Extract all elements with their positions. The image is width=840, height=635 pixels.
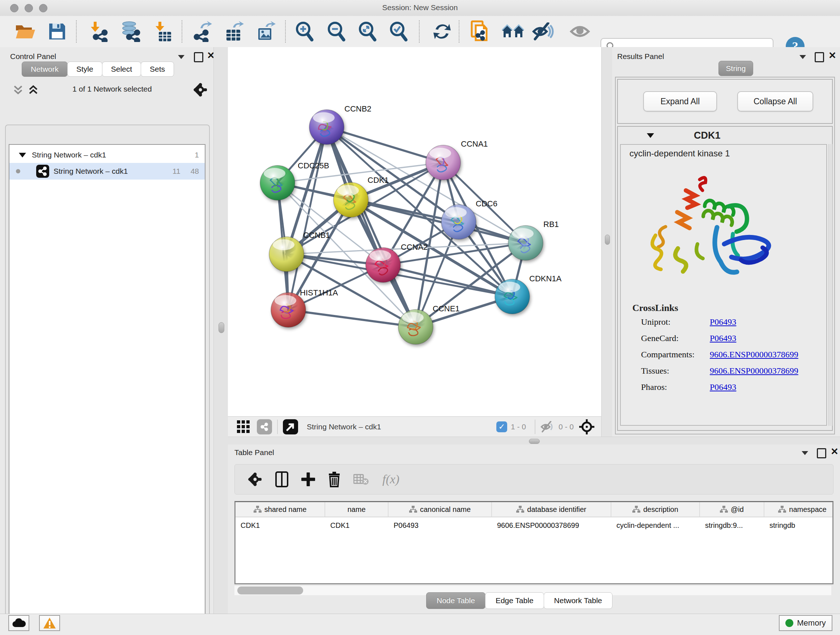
table-cell[interactable]: stringdb: [764, 517, 834, 533]
column-header-shared-name[interactable]: shared name: [235, 502, 325, 516]
show-columns-icon[interactable]: [275, 471, 288, 487]
crosslink-value-link[interactable]: P06493: [710, 317, 736, 327]
network-edge-CCNB2-CCNA1[interactable]: [327, 127, 443, 163]
table-cell[interactable]: cyclin-dependent ...: [611, 517, 700, 533]
tab-network-table[interactable]: Network Table: [544, 592, 613, 609]
table-hscrollbar-thumb[interactable]: [237, 586, 303, 594]
results-panel-close-button[interactable]: ✕: [829, 51, 836, 59]
tab-style[interactable]: Style: [67, 62, 103, 77]
results-scrollbar[interactable]: [829, 144, 832, 426]
tab-network[interactable]: Network: [22, 62, 68, 77]
collection-expander-icon[interactable]: [19, 153, 26, 157]
network-share-view-icon[interactable]: [257, 419, 272, 434]
crosslink-value-link[interactable]: P06493: [710, 333, 736, 343]
refresh-button[interactable]: [429, 19, 455, 43]
table-settings-gear-icon[interactable]: [248, 472, 262, 486]
open-session-button[interactable]: [12, 19, 38, 43]
network-node-HIST1H1A[interactable]: HIST1H1A: [271, 288, 338, 327]
column-header-database-identifier[interactable]: database identifier: [492, 502, 611, 516]
export-network-button[interactable]: [189, 19, 216, 43]
network-row-selected[interactable]: String Network – cdk1 11 48: [9, 163, 205, 180]
crosslink-value-link[interactable]: P06493: [710, 382, 736, 392]
right-splitter[interactable]: [601, 47, 613, 437]
crosslink-value-link[interactable]: 9606.ENSP00000378699: [710, 350, 798, 359]
network-node-CCNA1[interactable]: CCNA1: [426, 139, 488, 180]
tab-string[interactable]: String: [718, 61, 753, 76]
memory-button[interactable]: Memory: [779, 615, 832, 631]
cloud-status-button[interactable]: [8, 615, 29, 631]
collapse-all-button[interactable]: Collapse All: [737, 91, 813, 111]
column-header-description[interactable]: description: [611, 502, 700, 516]
show-all-button[interactable]: [568, 19, 594, 43]
gene-expander-icon[interactable]: [647, 133, 654, 138]
horizontal-splitter-handle[interactable]: [529, 439, 540, 444]
zoom-fit-button[interactable]: [355, 19, 381, 43]
tab-edge-table[interactable]: Edge Table: [485, 592, 544, 609]
column-header-canonical-name[interactable]: canonical name: [388, 502, 492, 516]
network-node-RB1[interactable]: RB1: [508, 220, 559, 260]
table-cell[interactable]: stringdb:9...: [700, 517, 764, 533]
network-options-gear-icon[interactable]: [193, 82, 208, 97]
warnings-button[interactable]: [39, 615, 60, 631]
tab-select[interactable]: Select: [102, 62, 141, 77]
column-header-name[interactable]: name: [325, 502, 388, 516]
right-splitter-handle[interactable]: [605, 234, 610, 245]
gene-section-header[interactable]: CDK1: [618, 127, 832, 144]
new-network-from-selection-button[interactable]: [467, 19, 493, 43]
table-cell[interactable]: 9606.ENSP00000378699: [492, 517, 611, 533]
table-cell[interactable]: CDK1: [325, 517, 388, 533]
network-node-CDC25B[interactable]: CDC25B: [260, 161, 329, 200]
zoom-in-button[interactable]: [292, 19, 317, 43]
table-row[interactable]: CDK1CDK1P064939606.ENSP00000378699cyclin…: [235, 517, 832, 533]
grid-view-icon[interactable]: [237, 420, 250, 434]
import-table-file-button[interactable]: [150, 19, 176, 43]
table-cell[interactable]: CDK1: [235, 517, 325, 533]
birdseye-view-icon[interactable]: [283, 419, 298, 434]
node-table[interactable]: shared namenamecanonical namedatabase id…: [234, 501, 834, 584]
cloud-icon: [12, 618, 26, 628]
delete-column-trash-icon[interactable]: [328, 471, 340, 487]
collection-count: 1: [195, 150, 199, 159]
table-panel-close-button[interactable]: ✕: [831, 448, 838, 455]
selected-checkbox-icon[interactable]: ✓: [496, 421, 507, 432]
table-cell[interactable]: P06493: [388, 517, 492, 533]
crosslink-value-link[interactable]: 9606.ENSP00000378699: [710, 366, 798, 376]
create-column-plus-icon[interactable]: [302, 472, 315, 486]
network-node-CDK1[interactable]: CDK1: [333, 176, 389, 217]
table-panel-menu-button[interactable]: [802, 451, 808, 455]
fit-content-crosshair-icon[interactable]: [579, 419, 595, 435]
save-session-button[interactable]: [44, 19, 70, 43]
export-table-button[interactable]: [221, 19, 248, 43]
tab-sets[interactable]: Sets: [141, 62, 174, 77]
first-neighbors-button[interactable]: [500, 19, 526, 43]
expand-all-icon[interactable]: [27, 85, 41, 96]
column-header-namespace[interactable]: namespace: [764, 502, 834, 516]
zoom-out-button[interactable]: [324, 19, 349, 43]
expand-all-button[interactable]: Expand All: [643, 91, 717, 111]
column-header--id[interactable]: @id: [700, 502, 764, 516]
hide-selected-button[interactable]: [531, 19, 556, 43]
refresh-icon: [433, 22, 452, 41]
tab-node-table[interactable]: Node Table: [426, 592, 485, 609]
export-image-button[interactable]: [253, 19, 279, 43]
collapse-all-icon[interactable]: [12, 85, 25, 96]
control-panel-tabs: NetworkStyleSelectSets: [22, 62, 174, 77]
network-state-dot: [16, 169, 20, 173]
import-network-database-button[interactable]: [118, 19, 144, 43]
table-panel-float-button[interactable]: [817, 448, 826, 458]
network-canvas[interactable]: CCNB2CCNA1CDC25BCDK1CDC6RB1CCNB1CCNA2CDK…: [228, 47, 601, 416]
control-panel-float-button[interactable]: [194, 52, 203, 62]
results-panel-float-button[interactable]: [815, 52, 824, 62]
left-splitter-handle[interactable]: [218, 322, 224, 333]
network-graph[interactable]: CCNB2CCNA1CDC25BCDK1CDC6RB1CCNB1CCNA2CDK…: [228, 47, 601, 416]
results-panel-menu-button[interactable]: [799, 55, 806, 59]
horizontal-splitter[interactable]: [228, 437, 840, 445]
zoom-selected-button[interactable]: [386, 19, 412, 43]
network-edge-HIST1H1A-CCNE1[interactable]: [288, 310, 416, 327]
network-edge-CCNB2-HIST1H1A[interactable]: [288, 127, 327, 310]
import-network-file-button[interactable]: [86, 19, 112, 43]
network-edge-CCNB2-CCNE1[interactable]: [327, 127, 416, 327]
left-splitter[interactable]: [213, 47, 229, 614]
network-collection-row[interactable]: String Network – cdk1 1: [9, 147, 205, 163]
control-panel-menu-button[interactable]: [178, 55, 185, 59]
